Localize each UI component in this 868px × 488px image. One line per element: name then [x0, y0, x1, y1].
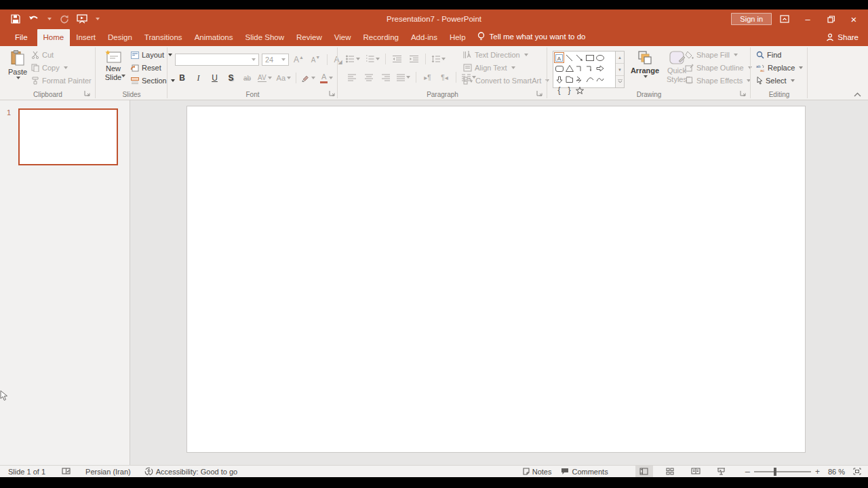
- justify-button[interactable]: [397, 70, 410, 84]
- convert-to-smartart-button[interactable]: Convert to SmartArt: [463, 77, 549, 85]
- shape-effects-button[interactable]: Shape Effects: [685, 77, 751, 85]
- shape-freeform-icon[interactable]: [574, 74, 585, 85]
- format-painter-button[interactable]: Format Painter: [31, 77, 92, 85]
- shapes-more-icon[interactable]: [616, 76, 624, 87]
- change-case-button[interactable]: Aa: [277, 71, 291, 85]
- copy-dropdown-icon[interactable]: [64, 66, 68, 69]
- replace-button[interactable]: abac Replace: [756, 64, 803, 72]
- comments-button[interactable]: Comments: [561, 468, 608, 476]
- align-text-dropdown-icon[interactable]: [511, 66, 515, 69]
- tab-design[interactable]: Design: [102, 29, 138, 46]
- spell-check-icon[interactable]: [62, 468, 71, 475]
- zoom-level[interactable]: 86 %: [828, 468, 845, 476]
- undo-icon[interactable]: [28, 12, 40, 26]
- slide-indicator[interactable]: Slide 1 of 1: [8, 468, 45, 476]
- slide-canvas[interactable]: [186, 106, 806, 453]
- accessibility-status[interactable]: Accessibility: Good to go: [156, 468, 237, 476]
- line-spacing-button[interactable]: [431, 52, 446, 66]
- tell-me-box[interactable]: Tell me what you want to do: [472, 28, 591, 46]
- close-button[interactable]: ×: [844, 11, 864, 27]
- shape-text-box-icon[interactable]: A: [554, 52, 564, 63]
- redo-icon[interactable]: [58, 12, 70, 26]
- reset-button[interactable]: Reset: [131, 64, 161, 72]
- layout-button[interactable]: Layout: [131, 51, 172, 59]
- slide-sorter-view-button[interactable]: [661, 466, 679, 477]
- collapse-ribbon-icon[interactable]: [854, 92, 861, 97]
- tab-home[interactable]: Home: [37, 29, 71, 46]
- font-name-combobox[interactable]: [175, 54, 259, 66]
- tab-add-ins[interactable]: Add-ins: [405, 29, 443, 46]
- shape-rounded-rectangle-icon[interactable]: [554, 63, 564, 74]
- shape-right-arrow-icon[interactable]: [595, 63, 605, 74]
- paragraph-dialog-launcher-icon[interactable]: [536, 90, 543, 97]
- left-to-right-direction-button[interactable]: ▸¶: [422, 70, 433, 84]
- shape-down-arrow-icon[interactable]: [554, 74, 564, 85]
- cut-button[interactable]: Cut: [31, 51, 54, 59]
- tab-file[interactable]: File: [5, 29, 37, 46]
- fit-slide-to-window-icon[interactable]: [853, 468, 861, 475]
- new-slide-button[interactable]: New Slide: [100, 50, 126, 84]
- normal-view-button[interactable]: [635, 466, 653, 477]
- tab-slide-show[interactable]: Slide Show: [239, 29, 291, 46]
- select-dropdown-icon[interactable]: [791, 79, 795, 82]
- tab-view[interactable]: View: [328, 29, 357, 46]
- text-shadow-button[interactable]: S: [225, 71, 237, 85]
- zoom-out-button[interactable]: –: [745, 466, 750, 476]
- shape-outline-button[interactable]: Shape Outline: [685, 64, 752, 72]
- increase-font-size-button[interactable]: A▲: [293, 53, 304, 66]
- sign-in-button[interactable]: Sign in: [731, 13, 772, 25]
- underline-button[interactable]: U: [209, 71, 220, 85]
- select-button[interactable]: Select: [756, 77, 795, 85]
- zoom-slider[interactable]: [754, 471, 811, 472]
- notes-button[interactable]: Notes: [523, 468, 552, 476]
- copy-button[interactable]: Copy: [31, 64, 68, 72]
- character-spacing-button[interactable]: AV: [258, 71, 272, 85]
- shapes-scroll-down-icon[interactable]: ▼: [616, 63, 624, 76]
- font-size-combobox[interactable]: 24: [262, 54, 289, 66]
- shape-triangle-icon[interactable]: [564, 63, 574, 74]
- text-direction-dropdown-icon[interactable]: [524, 54, 528, 56]
- italic-button[interactable]: I: [193, 71, 204, 85]
- font-dialog-launcher-icon[interactable]: [329, 90, 336, 97]
- align-left-button[interactable]: [346, 70, 357, 84]
- tab-review[interactable]: Review: [290, 29, 328, 46]
- shapes-scroll-up-icon[interactable]: ▲: [616, 52, 624, 63]
- shape-line-icon[interactable]: [564, 52, 574, 63]
- tab-recording[interactable]: Recording: [357, 29, 405, 46]
- start-from-beginning-icon[interactable]: [76, 12, 88, 26]
- shape-gallery[interactable]: A { }: [553, 51, 616, 88]
- shape-corner-icon[interactable]: [564, 74, 574, 85]
- shape-elbow-arrow-connector-icon[interactable]: [585, 63, 595, 74]
- find-button[interactable]: Find: [756, 51, 781, 59]
- shape-oval-icon[interactable]: [595, 52, 605, 63]
- zoom-in-button[interactable]: +: [815, 467, 820, 476]
- share-button[interactable]: Share: [816, 29, 868, 46]
- slide-thumbnail-panel[interactable]: 1: [0, 100, 130, 465]
- align-text-button[interactable]: Align Text: [463, 64, 515, 72]
- shape-rectangle-icon[interactable]: [585, 52, 595, 63]
- shape-arrow-icon[interactable]: [574, 52, 585, 63]
- slide-thumbnail[interactable]: [18, 108, 118, 165]
- decrease-font-size-button[interactable]: A▼: [310, 53, 321, 66]
- paste-dropdown-icon[interactable]: [16, 77, 20, 79]
- slide-show-view-button[interactable]: [713, 466, 730, 477]
- customize-qat-icon[interactable]: [94, 12, 100, 26]
- numbering-button[interactable]: [366, 52, 380, 66]
- strikethrough-button[interactable]: ab: [241, 71, 253, 85]
- increase-indent-button[interactable]: [408, 52, 420, 66]
- shape-arc-icon[interactable]: [585, 74, 595, 85]
- tab-animations[interactable]: Animations: [189, 29, 239, 46]
- right-to-left-direction-button[interactable]: ¶◂: [439, 70, 450, 84]
- font-name-dropdown-icon[interactable]: [252, 58, 256, 61]
- bold-button[interactable]: B: [176, 71, 188, 85]
- shape-curve-icon[interactable]: [595, 74, 605, 85]
- font-size-dropdown-icon[interactable]: [281, 58, 285, 61]
- arrange-button[interactable]: Arrange: [630, 50, 660, 78]
- clipboard-dialog-launcher-icon[interactable]: [84, 90, 91, 97]
- reading-view-button[interactable]: [687, 466, 705, 477]
- shape-elbow-connector-icon[interactable]: [574, 63, 585, 74]
- align-center-button[interactable]: [363, 70, 374, 84]
- font-color-button[interactable]: A: [320, 71, 333, 85]
- language-indicator[interactable]: Persian (Iran): [85, 468, 131, 476]
- text-direction-button[interactable]: Text Direction: [463, 51, 528, 59]
